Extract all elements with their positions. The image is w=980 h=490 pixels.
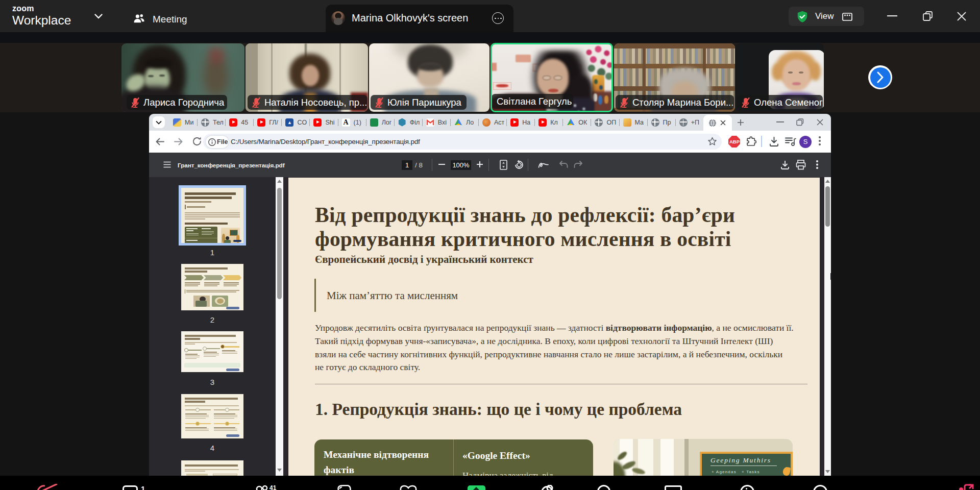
svg-text:41: 41 <box>270 484 277 490</box>
